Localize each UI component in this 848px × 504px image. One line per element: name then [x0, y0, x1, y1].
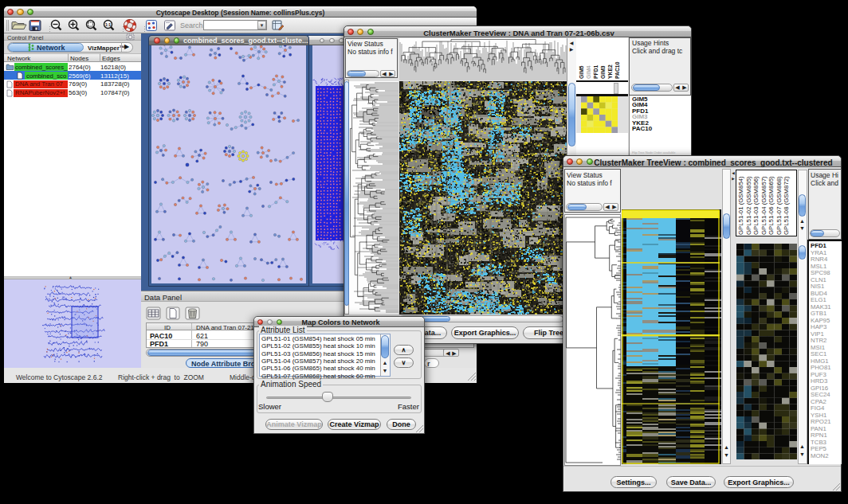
svg-text:GPL51-08 (GSM872): GPL51-08 (GSM872) — [783, 176, 790, 235]
svg-text:GPL51-01 (GSM854): GPL51-01 (GSM854) — [737, 176, 744, 235]
svg-text:YKE2: YKE2 — [607, 64, 613, 79]
svg-text:GPL51-06 (GSM865): GPL51-06 (GSM865) — [768, 176, 775, 235]
svg-text:PFD1: PFD1 — [593, 64, 599, 79]
svg-text:1:1: 1:1 — [105, 22, 111, 27]
svg-text:GPL51-02 (GSM855): GPL51-02 (GSM855) — [745, 176, 752, 235]
svg-text:GPL51-03 (GSM856): GPL51-03 (GSM856) — [752, 176, 760, 235]
svg-text:GPL51-04 (GSM857): GPL51-04 (GSM857) — [760, 176, 768, 235]
svg-text:GPL51-07 (GSM868): GPL51-07 (GSM868) — [775, 176, 783, 235]
svg-text:GIM4: GIM4 — [586, 65, 591, 79]
svg-text:Search:: Search: — [180, 21, 205, 29]
svg-text:PAC10: PAC10 — [614, 61, 620, 79]
svg-text:GIM3: GIM3 — [600, 65, 606, 79]
svg-text:GIM5: GIM5 — [579, 65, 584, 79]
